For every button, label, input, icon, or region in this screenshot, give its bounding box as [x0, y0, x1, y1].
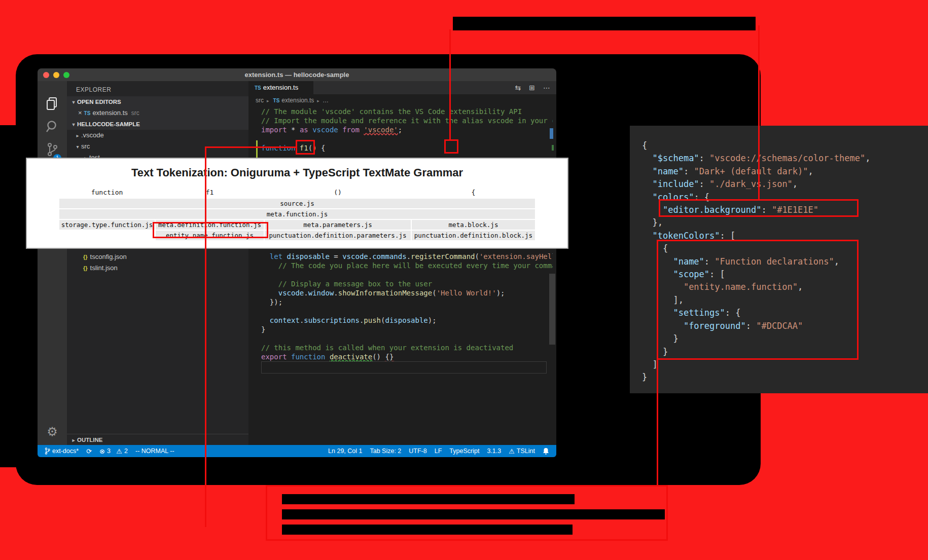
- background-left-strip: [0, 125, 28, 467]
- annotation-connector-horizontal: [205, 146, 297, 148]
- typescript-version[interactable]: 3.1.3: [487, 447, 501, 455]
- redacted-caption-line-2: [282, 509, 665, 519]
- scope-storage-type: storage.type.function.js: [59, 220, 155, 230]
- token-text-brace: {: [412, 188, 535, 197]
- explorer-sidebar: EXPLORER ▾OPEN EDITORS ×TSextension.tssr…: [67, 81, 248, 445]
- annotation-line-to-editor-background: [449, 29, 451, 140]
- tslint-status[interactable]: ⚠TSLint: [509, 447, 535, 455]
- more-actions-icon[interactable]: ⋯: [543, 84, 550, 92]
- sync-icon[interactable]: ⟳: [86, 447, 92, 455]
- error-icon: ⊗: [99, 447, 105, 455]
- explorer-title: EXPLORER: [76, 86, 111, 93]
- problems-status[interactable]: ⊗3 ⚠2: [99, 447, 128, 455]
- folder-collapsed-icon: ▸: [74, 130, 81, 141]
- search-icon[interactable]: [38, 119, 67, 134]
- open-editor-item-extension-ts[interactable]: ×TSextension.tssrc: [67, 107, 248, 119]
- scope-meta-function: meta.function.js: [59, 209, 535, 219]
- eol-setting[interactable]: LF: [435, 447, 442, 455]
- current-line-highlight: [261, 361, 547, 374]
- window-title: extension.ts — hellocode-sample: [245, 71, 349, 79]
- token-text-f1: f1: [156, 188, 264, 197]
- slide-canvas: extension.ts — hellocode-sample: [0, 0, 928, 560]
- folder-expanded-icon: ▾: [74, 141, 81, 153]
- vscode-window: extension.ts — hellocode-sample: [38, 68, 556, 457]
- ts-file-icon: TS: [273, 98, 280, 103]
- overview-ruler-info-mark: [550, 128, 553, 139]
- activity-bar: 1 ⚙: [38, 81, 67, 445]
- gear-icon[interactable]: ⚙: [38, 425, 67, 439]
- source-control-icon[interactable]: 1: [38, 142, 67, 158]
- close-editor-icon[interactable]: ×: [78, 109, 82, 117]
- vim-mode-indicator: -- NORMAL --: [135, 447, 174, 455]
- zoom-window-button[interactable]: [63, 72, 69, 78]
- cursor-position[interactable]: Ln 29, Col 1: [328, 447, 362, 455]
- scope-source-js: source.js: [59, 199, 535, 208]
- open-file-name: extension.ts: [92, 109, 127, 117]
- annotation-box-f1-token: [296, 140, 315, 155]
- warning-icon: ⚠: [509, 447, 515, 455]
- explorer-icon[interactable]: [38, 96, 67, 111]
- tab-extension-ts[interactable]: TSextension.ts: [248, 81, 313, 94]
- tree-item-vscode-folder[interactable]: ▸.vscode: [67, 130, 248, 141]
- tokenization-overlay: Text Tokenization: Oniguruma + TypeScrip…: [26, 158, 568, 249]
- close-window-button[interactable]: [43, 72, 49, 78]
- annotation-box-entity-name-function: [153, 222, 268, 238]
- breadcrumb[interactable]: src▸TSextension.ts▸…: [248, 94, 556, 106]
- scope-punctuation-block: punctuation.definition.block.js: [412, 231, 535, 240]
- open-editors-section[interactable]: ▾OPEN EDITORS: [67, 96, 248, 107]
- minimize-window-button[interactable]: [53, 72, 59, 78]
- split-editor-icon[interactable]: ⊞: [529, 84, 535, 92]
- encoding-setting[interactable]: UTF-8: [409, 447, 426, 455]
- annotation-line-topbar-to-json: [758, 25, 760, 199]
- outline-section[interactable]: ▸OUTLINE: [67, 434, 248, 445]
- annotation-connector-vertical: [205, 146, 206, 527]
- warning-icon: ⚠: [116, 447, 122, 455]
- annotation-box-editor-background-json: [659, 199, 859, 217]
- open-changes-icon[interactable]: ⇆: [515, 84, 521, 92]
- title-bar: extension.ts — hellocode-sample: [38, 68, 556, 81]
- section-expanded-icon: ▾: [70, 97, 77, 108]
- redacted-caption-top: [453, 17, 756, 30]
- section-collapsed-icon: ▸: [70, 435, 77, 446]
- section-expanded-icon: ▾: [70, 119, 77, 130]
- json-file-icon: {}: [83, 265, 88, 271]
- ts-file-icon: TS: [255, 85, 261, 91]
- code-lines-bottom[interactable]: let disposable = vscode.commands.registe…: [261, 252, 553, 361]
- tab-size-setting[interactable]: Tab Size: 2: [370, 447, 401, 455]
- bell-icon: [543, 447, 549, 455]
- scope-meta-parameters: meta.parameters.js: [265, 220, 411, 230]
- tree-item-tsconfig[interactable]: {}tsconfig.json: [67, 251, 248, 263]
- editor-scrollbar[interactable]: [549, 274, 555, 345]
- language-mode[interactable]: TypeScript: [449, 447, 479, 455]
- token-text-function: function: [59, 188, 155, 197]
- json-file-icon: {}: [83, 254, 88, 260]
- redacted-caption-line-3: [282, 525, 573, 535]
- code-editor: TSextension.ts ⇆ ⊞ ⋯ src▸TSextension.ts▸…: [248, 81, 556, 445]
- breadcrumb-separator-icon: ▸: [267, 98, 269, 103]
- breadcrumb-separator-icon: ▸: [317, 98, 319, 103]
- scope-empty-cell: [59, 231, 155, 240]
- annotation-box-tokencolors-entry: [657, 240, 859, 360]
- ts-file-icon: TS: [84, 110, 91, 116]
- tree-item-tslint[interactable]: {}tslint.json: [67, 263, 248, 274]
- redacted-caption-line-1: [282, 494, 575, 504]
- git-gutter-added-indicator: [256, 140, 258, 158]
- annotation-box-editor-background-spot: [444, 139, 458, 154]
- token-text-parens: (): [265, 188, 411, 197]
- open-file-detail: src: [131, 109, 139, 117]
- git-branch-status[interactable]: ext-docs*: [45, 447, 79, 455]
- notifications-bell[interactable]: [543, 447, 549, 455]
- scope-punctuation-parameters: punctuation.definition.parameters.js: [265, 231, 411, 240]
- editor-tab-bar: TSextension.ts ⇆ ⊞ ⋯: [248, 81, 556, 94]
- overview-ruler-change-mark: [552, 145, 554, 151]
- branch-icon: [45, 447, 50, 455]
- status-bar: ext-docs* ⟳ ⊗3 ⚠2 -- NORMAL -- Ln 29, Co…: [38, 445, 556, 457]
- annotation-line-json-to-caption: [657, 360, 658, 485]
- scope-meta-block: meta.block.js: [412, 220, 535, 230]
- project-section[interactable]: ▾HELLOCODE-SAMPLE: [67, 119, 248, 130]
- macos-window-controls: [43, 72, 69, 78]
- tokenization-title: Text Tokenization: Oniguruma + TypeScrip…: [27, 166, 567, 179]
